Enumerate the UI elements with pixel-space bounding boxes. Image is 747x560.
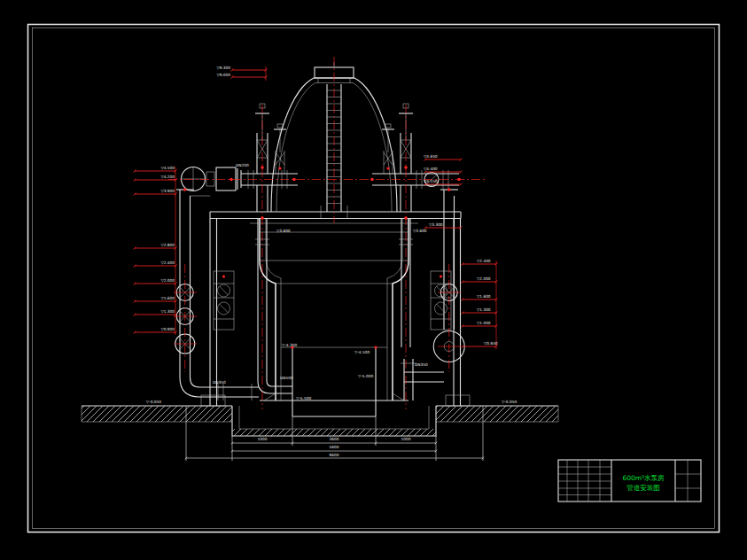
dimension-label: ▽4.150 [424, 179, 438, 183]
dimension-label: 1000 [401, 437, 411, 441]
dimension-label: ▽4.400 [424, 167, 438, 171]
dimension-label: ▽-0.050 [146, 400, 161, 404]
dimension-label: ▽2.800 [160, 243, 175, 247]
title-block-line2: 管道安装图 [626, 484, 660, 492]
dimension-label: 1000 [258, 437, 268, 441]
dimension-label: ▽1.300 [477, 307, 491, 312]
dimension-label: 3600 [330, 437, 339, 441]
dimension-label: ▽1.600 [477, 294, 491, 299]
dimension-label: ▽4.500 [160, 166, 175, 170]
dimension-label: DN350 [415, 362, 428, 367]
dimension-label: ▽9.300 [216, 66, 230, 70]
dimension-label: 5600 [330, 445, 339, 449]
dimension-label: ▽0.650 [484, 341, 498, 346]
dimension-label: ▽2.000 [477, 276, 491, 281]
dimension-label: ▽9.000 [216, 73, 230, 77]
dimension-label: ▽4.650 [424, 154, 438, 159]
dimension-label: ▽4.200 [160, 175, 175, 179]
dimension-label: ▽3.300 [429, 222, 443, 227]
dimension-label: ▽2.400 [160, 261, 175, 265]
dimension-label: ▽-4.500 [354, 350, 370, 354]
dimension-label: ▽-0.050 [502, 400, 517, 404]
dimension-label: ▽1.600 [160, 296, 175, 300]
dimension-label: DN500 [280, 376, 293, 380]
dimension-label: ▽3.600 [276, 229, 291, 233]
dimension-label: ▽3.600 [413, 229, 427, 233]
dimension-label: ▽-5.500 [296, 396, 311, 401]
dimension-label: ▽1.000 [477, 321, 491, 325]
dimension-label: 9600 [330, 453, 339, 457]
title-block-line1: 600m³水泵房 [622, 474, 665, 482]
dimension-label: ▽2.000 [160, 278, 175, 283]
dimension-label: DN200 [236, 163, 249, 167]
dimension-label: ▽-4.300 [282, 343, 297, 347]
dimension-label: DN350 [213, 380, 226, 385]
dimension-label: ▽0.900 [160, 327, 175, 331]
dimension-label: ▽1.300 [160, 309, 175, 314]
dimension-label: ▽3.900 [160, 189, 175, 193]
cad-drawing: 600m³水泵房 管道安装图 ▽4.500▽4.200▽3.900▽2.800▽… [0, 0, 747, 560]
dimension-label: ▽2.400 [477, 259, 491, 263]
dimension-label: ▽-5.000 [358, 374, 373, 378]
